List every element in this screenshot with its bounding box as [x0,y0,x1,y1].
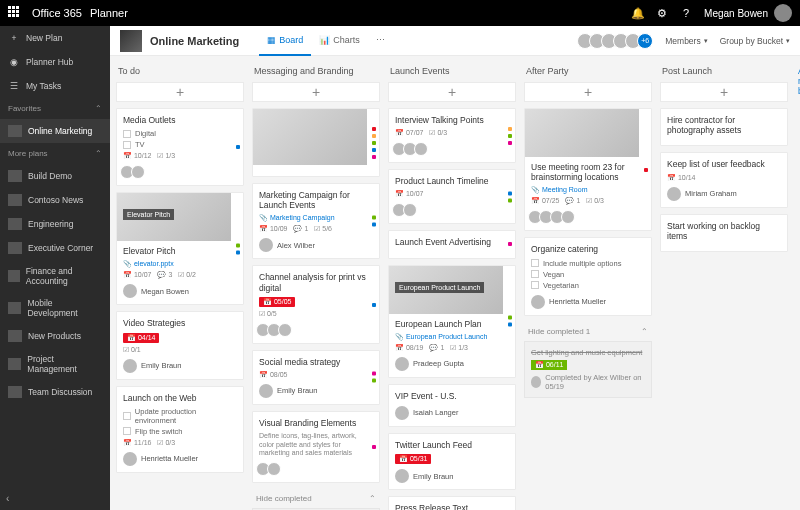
checklist-item[interactable]: Include multiple options [531,259,645,268]
add-task-button[interactable]: + [524,82,652,102]
task-card[interactable]: Launch on the WebUpdate production envir… [116,386,244,473]
task-card[interactable]: Keep list of user feedback📅 10/14Miriam … [660,152,788,207]
sidebar-plan-team-discussion[interactable]: Team Discussion [0,380,110,404]
app-name[interactable]: Planner [90,7,128,19]
members-dropdown[interactable]: Members▾ [665,36,707,46]
app-launcher-icon[interactable] [8,6,22,20]
task-card[interactable]: Twitter Launch Feed📅 05/31Emily Braun [388,433,516,490]
notifications-icon[interactable]: 🔔 [631,6,645,20]
sidebar-planner-hub[interactable]: ◉Planner Hub [0,50,110,74]
task-card[interactable]: Elevator PitchElevator Pitch📎 elevator.p… [116,192,244,305]
more-menu[interactable]: ⋯ [368,26,393,56]
task-card[interactable]: Channel analysis for print vs digital📅 0… [252,265,380,343]
avatar [531,295,545,309]
avatar [278,323,292,337]
card-footer: Emily Braun [259,384,373,398]
sidebar-new-plan[interactable]: +New Plan [0,26,110,50]
task-card[interactable]: Hire contractor for photography assets [660,108,788,146]
sidebar-plan-build-demo[interactable]: Build Demo [0,164,110,188]
card-footer [123,165,237,179]
sidebar-plan-engineering[interactable]: Engineering [0,212,110,236]
plan-header: Online Marketing ▦Board 📊Charts ⋯ +6 Mem… [110,26,800,56]
card-meta: 📅 07/07☑ 0/3 [395,129,509,137]
avatar [131,165,145,179]
bucket: After Party+Use meeting room 23 for brai… [524,64,652,502]
category-dot [236,250,240,254]
task-card[interactable]: Start working on backlog items [660,214,788,252]
board-icon: ▦ [267,35,276,45]
task-card[interactable]: Organize cateringInclude multiple option… [524,237,652,315]
bucket-header[interactable]: Launch Events [388,64,516,82]
card-footer: Henrietta Mueller [123,452,237,466]
tab-charts[interactable]: 📊Charts [311,26,368,56]
chevron-up-icon: ⌃ [641,327,648,336]
task-card[interactable]: Launch Event Advertising [388,230,516,258]
hide-completed-toggle[interactable]: Hide completed⌃ [252,489,380,508]
checklist-item[interactable]: TV [123,140,237,149]
sidebar-plan-mobile-dev[interactable]: Mobile Development [0,292,110,324]
task-card[interactable]: VIP Event - U.S.Isaiah Langer [388,384,516,427]
category-dot [372,141,376,145]
bucket-header[interactable]: To do [116,64,244,82]
card-footer [531,210,645,224]
user-avatar[interactable] [774,4,792,22]
category-dot [236,243,240,247]
checklist-label: TV [135,140,145,149]
hide-completed-toggle[interactable]: Hide completed 1⌃ [524,322,652,341]
completed-by: Completed by Alex Wilber on 05/19 [531,373,645,391]
checklist-item[interactable]: Digital [123,129,237,138]
sidebar-my-tasks[interactable]: ☰My Tasks [0,74,110,98]
tab-board[interactable]: ▦Board [259,26,311,56]
task-card[interactable] [252,108,380,177]
add-task-button[interactable]: + [388,82,516,102]
task-card[interactable]: Interview Talking Points📅 07/07☑ 0/3 [388,108,516,163]
category-labels [372,372,376,383]
due-date: 📅 10/12 [123,152,151,160]
checklist-item[interactable]: Vegan [531,270,645,279]
add-task-button[interactable]: + [252,82,380,102]
due-date: 📅 06/11 [531,360,567,370]
sidebar-plan-finance[interactable]: Finance and Accounting [0,260,110,292]
task-card[interactable]: Marketing Campaign for Launch Events📎 Ma… [252,183,380,259]
bucket-header[interactable]: Messaging and Branding [252,64,380,82]
task-card[interactable]: Video Strategies📅 04/14☑ 0/1Emily Braun [116,311,244,379]
checklist-item[interactable]: Flip the switch [123,427,237,436]
add-bucket-button[interactable]: Add new bu… [796,64,800,502]
group-by-dropdown[interactable]: Group by Bucket▾ [720,36,790,46]
plan-thumb-icon [8,330,22,342]
bucket-header[interactable]: After Party [524,64,652,82]
checklist-item[interactable]: Vegetarian [531,281,645,290]
card-meta: ☑ 0/1 [123,346,237,354]
sidebar-plan-contoso-news[interactable]: Contoso News [0,188,110,212]
category-dot [508,127,512,131]
sidebar-plan-project-mgmt[interactable]: Project Management [0,348,110,380]
category-dot [372,155,376,159]
task-card[interactable]: Visual Branding ElementsDefine icons, ta… [252,411,380,483]
add-task-button[interactable]: + [660,82,788,102]
task-card[interactable]: Use meeting room 23 for brainstorming lo… [524,108,652,231]
label: Group by Bucket [720,36,783,46]
chevron-down-icon: ▾ [704,37,708,45]
sidebar-favorites-header[interactable]: Favorites⌃ [0,98,110,119]
plan-members-avatars[interactable]: +6 [581,33,653,49]
task-card[interactable]: European Product LaunchEuropean Launch P… [388,265,516,378]
settings-icon[interactable]: ⚙ [655,6,669,20]
checklist-progress: ☑ 0/3 [586,197,604,205]
task-card[interactable]: Media OutletsDigitalTV📅 10/12☑ 1/3 [116,108,244,186]
checklist-item[interactable]: Update production environment [123,407,237,425]
sidebar-plan-executive-corner[interactable]: Executive Corner [0,236,110,260]
sidebar-fav-online-marketing[interactable]: Online Marketing [0,119,110,143]
card-meta: 📅 08/05 [259,371,373,379]
task-card[interactable]: Press Release Text [388,496,516,510]
task-card[interactable]: Product Launch Timeline📅 10/07 [388,169,516,224]
bucket-header[interactable]: Post Launch [660,64,788,82]
completed-task-card[interactable]: Get lighting and music equipment📅 06/11C… [524,341,652,398]
sidebar-plan-new-products[interactable]: New Products [0,324,110,348]
task-card[interactable]: Social media strategy📅 08/05Emily Braun [252,350,380,405]
help-icon[interactable]: ? [679,6,693,20]
checkbox-icon [123,130,131,138]
sidebar-more-plans-header[interactable]: More plans⌃ [0,143,110,164]
collapse-sidebar-icon[interactable]: ‹ [6,493,9,504]
add-task-button[interactable]: + [116,82,244,102]
board-scroll-area[interactable]: To do+Media OutletsDigitalTV📅 10/12☑ 1/3… [110,56,800,510]
